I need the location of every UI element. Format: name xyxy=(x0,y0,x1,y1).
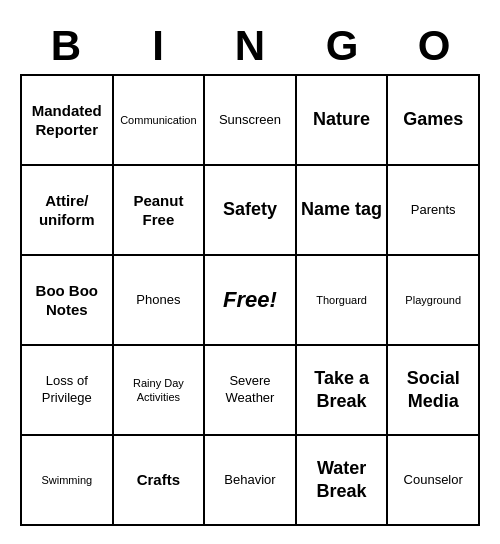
bingo-cell: Severe Weather xyxy=(205,346,297,436)
bingo-card: BINGO Mandated ReporterCommunicationSuns… xyxy=(10,8,490,536)
bingo-cell: Social Media xyxy=(388,346,480,436)
header-letter: B xyxy=(20,18,112,74)
bingo-cell: Phones xyxy=(114,256,206,346)
bingo-cell: Water Break xyxy=(297,436,389,526)
bingo-cell: Swimming xyxy=(22,436,114,526)
bingo-header: BINGO xyxy=(20,18,480,74)
bingo-cell: Communication xyxy=(114,76,206,166)
bingo-cell: Mandated Reporter xyxy=(22,76,114,166)
bingo-cell: Sunscreen xyxy=(205,76,297,166)
bingo-cell: Nature xyxy=(297,76,389,166)
bingo-cell: Name tag xyxy=(297,166,389,256)
bingo-cell: Counselor xyxy=(388,436,480,526)
bingo-grid: Mandated ReporterCommunicationSunscreenN… xyxy=(20,74,480,526)
header-letter: N xyxy=(204,18,296,74)
bingo-cell: Behavior xyxy=(205,436,297,526)
bingo-cell: Attire/ uniform xyxy=(22,166,114,256)
bingo-cell: Games xyxy=(388,76,480,166)
bingo-cell: Loss of Privilege xyxy=(22,346,114,436)
bingo-cell: Parents xyxy=(388,166,480,256)
bingo-cell: Thorguard xyxy=(297,256,389,346)
header-letter: O xyxy=(388,18,480,74)
header-letter: G xyxy=(296,18,388,74)
header-letter: I xyxy=(112,18,204,74)
bingo-cell: Playground xyxy=(388,256,480,346)
bingo-cell: Take a Break xyxy=(297,346,389,436)
bingo-cell: Boo Boo Notes xyxy=(22,256,114,346)
bingo-cell: Crafts xyxy=(114,436,206,526)
bingo-cell: Rainy Day Activities xyxy=(114,346,206,436)
bingo-cell: Free! xyxy=(205,256,297,346)
bingo-cell: Peanut Free xyxy=(114,166,206,256)
bingo-cell: Safety xyxy=(205,166,297,256)
